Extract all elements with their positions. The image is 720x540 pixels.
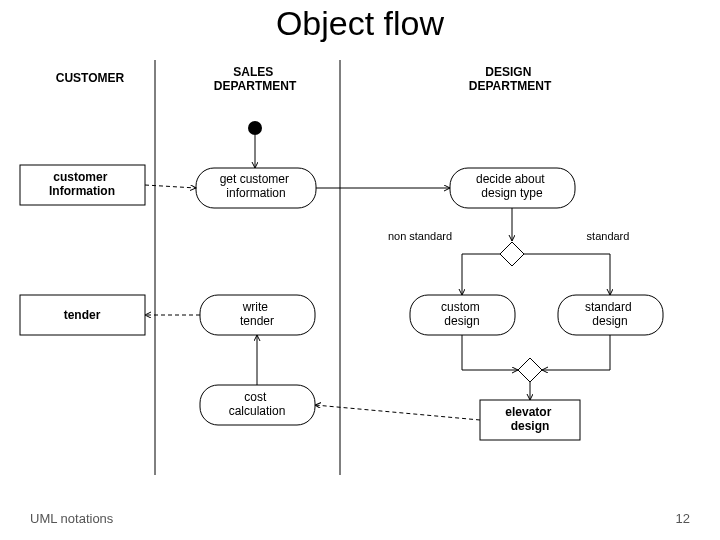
svg-text:tender: tender xyxy=(64,308,101,322)
branch-label-non-standard: non standard xyxy=(388,230,452,242)
svg-text:custom
      design: custom design xyxy=(441,300,483,328)
diagram-canvas: CUSTOMER SALES DEPARTMENT DESIGN DEPARTM… xyxy=(0,0,720,540)
svg-text:get customer
      information: get customer information xyxy=(220,172,293,200)
lane-header-customer: CUSTOMER xyxy=(56,71,125,85)
merge-node-icon xyxy=(518,358,542,382)
decision-node-icon xyxy=(500,242,524,266)
svg-text:decide  about
      design typ: decide about design type xyxy=(476,172,548,200)
branch-label-standard: standard xyxy=(587,230,630,242)
svg-text:elevator
      design: elevator design xyxy=(505,405,554,433)
initial-node-icon xyxy=(248,121,262,135)
lane-header-design: DESIGN DEPARTMENT xyxy=(469,65,552,93)
page-number: 12 xyxy=(676,511,690,526)
svg-line-3 xyxy=(145,185,196,188)
lane-header-sales: SALES DEPARTMENT xyxy=(214,65,297,93)
svg-text:customer
      Information: customer Information xyxy=(49,170,115,198)
footer-left-label: UML notations xyxy=(30,511,113,526)
svg-text:standard
      design: standard design xyxy=(585,300,635,328)
svg-text:write
      tender: write tender xyxy=(240,300,274,328)
